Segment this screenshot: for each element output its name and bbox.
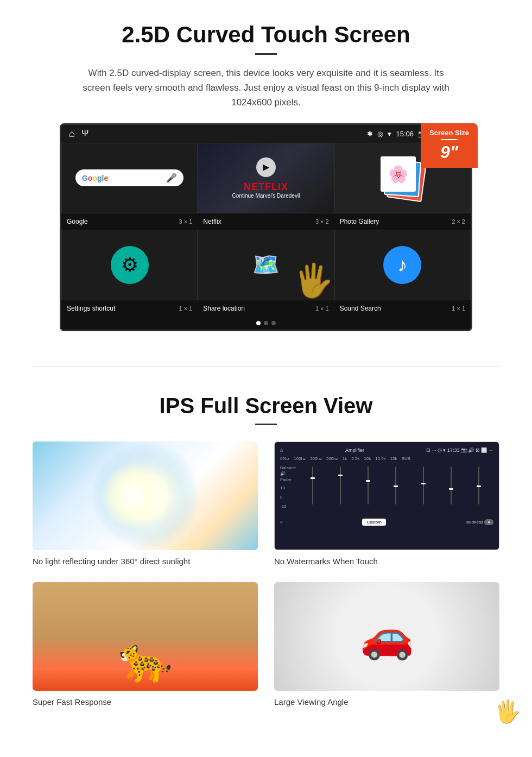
status-time: 15:06 [396, 130, 414, 138]
music-note-icon: ♪ [383, 246, 421, 284]
status-bar-left: ⌂ Ψ [69, 128, 88, 140]
netflix-app-size: 3 × 2 [315, 218, 329, 225]
screen-size-label: Screen Size [429, 129, 469, 137]
svg-point-0 [91, 441, 200, 550]
section1-description: With 2.5D curved-display screen, this de… [76, 66, 456, 110]
play-button[interactable]: ▶ [256, 157, 276, 177]
netflix-logo: NETFLIX [244, 181, 288, 193]
wifi-icon: ▾ [388, 130, 391, 138]
device-screen: ⌂ Ψ ✱ ◎ ▾ 15:06 📷 🔊 ⊠ ⬜ [60, 123, 472, 331]
amplifier-caption: No Watermarks When Touch [274, 557, 499, 566]
sunlight-caption: No light reflecting under 360° direct su… [33, 557, 258, 566]
settings-label: Settings shortcut 1 × 1 [61, 304, 198, 313]
pagination-dot-3[interactable] [271, 321, 276, 325]
section-ips-screen: IPS Full Screen View No light reflecting… [0, 388, 532, 723]
google-app-size: 3 × 1 [179, 218, 193, 225]
amplifier-image: ⌂ Amplifier ⊡ ··· ◎ ▾ 17:33 📷 🔊 ⊠ ⬜ ← 60… [274, 441, 499, 550]
settings-app-size: 1 × 1 [179, 305, 193, 312]
google-search-bar[interactable]: Google 🎤 [75, 169, 183, 186]
car-emoji: 🚗 [360, 611, 414, 662]
google-label: Google 3 × 1 [61, 217, 198, 226]
app-labels-row2: Settings shortcut 1 × 1 Share location 1… [61, 300, 471, 317]
section-curved-screen: 2.5D Curved Touch Screen With 2.5D curve… [0, 0, 532, 344]
photo-gallery-label: Photo Gallery 2 × 2 [334, 217, 471, 226]
settings-app-name: Settings shortcut [67, 305, 115, 312]
svg-point-1 [129, 480, 162, 512]
netflix-subtitle: Continue Marvel's Daredevil [232, 193, 300, 199]
app-grid-row1: Google 🎤 ▶ NETFLIX Continue Marvel's Dar… [61, 143, 471, 213]
section1-underline [255, 53, 277, 55]
location-icon: ◎ [377, 130, 383, 138]
amp-header: ⌂ Amplifier ⊡ ··· ◎ ▾ 17:33 📷 🔊 ⊠ ⬜ ← [278, 445, 496, 455]
section-divider [33, 366, 499, 367]
screen-size-divider [441, 139, 458, 140]
section1-title: 2.5D Curved Touch Screen [33, 22, 499, 48]
sound-search-cell[interactable]: ♪ [334, 230, 471, 300]
screen-size-value: 9" [429, 142, 469, 162]
pagination-dot-2[interactable] [264, 321, 268, 325]
feature-amplifier: ⌂ Amplifier ⊡ ··· ◎ ▾ 17:33 📷 🔊 ⊠ ⬜ ← 60… [274, 441, 499, 566]
photo-gallery-app-size: 2 × 2 [452, 218, 465, 225]
netflix-app-cell[interactable]: ▶ NETFLIX Continue Marvel's Daredevil [198, 143, 334, 213]
google-logo: Google [82, 174, 108, 182]
home-icon[interactable]: ⌂ [69, 128, 75, 140]
photo-stack [381, 156, 424, 200]
app-labels-row1: Google 3 × 1 Netflix 3 × 2 Photo Gallery… [61, 213, 471, 230]
sunlight-svg [91, 441, 200, 550]
sound-search-label: Sound Search 1 × 1 [334, 304, 471, 313]
settings-app-cell[interactable]: ⚙ [61, 230, 198, 300]
maps-icon: 🗺️ [252, 252, 280, 277]
share-location-label: Share location 1 × 1 [198, 304, 334, 313]
pagination-dot-1[interactable] [256, 321, 261, 325]
share-location-app-size: 1 × 1 [315, 305, 329, 312]
car-caption: Large Viewing Angle [274, 697, 499, 706]
hand-icon: 🖐 [293, 261, 334, 300]
usb-icon: Ψ [81, 129, 88, 138]
feature-grid: No light reflecting under 360° direct su… [33, 441, 499, 706]
feature-car: 🚗 Large Viewing Angle [274, 582, 499, 706]
pagination-dots [61, 317, 471, 330]
car-image: 🚗 [274, 582, 499, 691]
netflix-label: Netflix 3 × 2 [198, 217, 334, 226]
photo-gallery-app-name: Photo Gallery [340, 218, 379, 225]
app-grid-row2: ⚙ 🗺️ 🖐 ♪ [61, 230, 471, 300]
netflix-app-name: Netflix [203, 218, 221, 225]
section2-title: IPS Full Screen View [33, 394, 499, 418]
feature-sunlight: No light reflecting under 360° direct su… [33, 441, 258, 566]
feature-cheetah: 🐆 Super Fast Response [33, 582, 258, 706]
sunlight-image [33, 441, 258, 550]
mic-icon[interactable]: 🎤 [166, 173, 177, 183]
photo-card-3 [381, 156, 416, 192]
google-app-name: Google [67, 218, 88, 225]
google-app-cell[interactable]: Google 🎤 [61, 143, 198, 213]
cheetah-emoji: 🐆 [118, 634, 173, 685]
section2-underline [255, 424, 277, 425]
sound-search-app-name: Sound Search [340, 305, 381, 312]
cheetah-image: 🐆 [33, 582, 258, 691]
settings-icon: ⚙ [111, 246, 149, 284]
sound-search-app-size: 1 × 1 [452, 305, 465, 312]
status-bar: ⌂ Ψ ✱ ◎ ▾ 15:06 📷 🔊 ⊠ ⬜ [61, 125, 471, 143]
cheetah-caption: Super Fast Response [33, 697, 258, 706]
share-location-cell[interactable]: 🗺️ 🖐 [198, 230, 334, 300]
screen-size-badge: Screen Size 9" [421, 123, 478, 168]
device-mockup: Screen Size 9" ⌂ Ψ ✱ ◎ ▾ 15:06 📷 🔊 ⊠ [54, 123, 478, 331]
bluetooth-icon: ✱ [367, 130, 373, 138]
share-location-app-name: Share location [203, 305, 245, 312]
